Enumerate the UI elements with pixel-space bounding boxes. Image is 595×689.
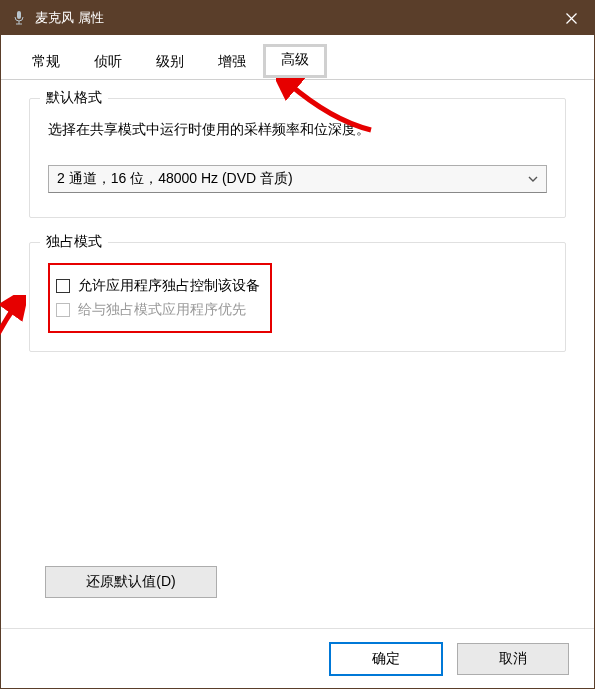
checkbox-icon <box>56 279 70 293</box>
tab-panel-advanced: 默认格式 选择在共享模式中运行时使用的采样频率和位深度。 2 通道，16 位，4… <box>1 80 594 628</box>
close-button[interactable] <box>548 1 594 35</box>
checkbox-allow-exclusive[interactable]: 允许应用程序独占控制该设备 <box>56 277 260 295</box>
group-title-exclusive: 独占模式 <box>40 233 108 251</box>
dialog-footer: 确定 取消 <box>1 628 594 688</box>
tabs-strip: 常规 侦听 级别 增强 高级 <box>1 35 594 80</box>
svg-rect-0 <box>17 11 21 19</box>
dialog-window: 麦克风 属性 常规 侦听 级别 增强 高级 默认格式 选择在共享模式中运行时使用… <box>0 0 595 689</box>
checkbox-allow-exclusive-label: 允许应用程序独占控制该设备 <box>78 277 260 295</box>
annotation-box-checkboxes: 允许应用程序独占控制该设备 给与独占模式应用程序优先 <box>48 263 272 333</box>
tab-levels[interactable]: 级别 <box>139 46 201 80</box>
restore-defaults-button[interactable]: 还原默认值(D) <box>45 566 217 598</box>
sample-format-select[interactable]: 2 通道，16 位，48000 Hz (DVD 音质) <box>48 165 547 193</box>
ok-button[interactable]: 确定 <box>329 642 443 676</box>
group-title-format: 默认格式 <box>40 89 108 107</box>
checkbox-exclusive-priority-label: 给与独占模式应用程序优先 <box>78 301 246 319</box>
close-icon <box>566 13 577 24</box>
microphone-icon <box>11 10 27 26</box>
cancel-button-label: 取消 <box>499 650 527 668</box>
checkbox-icon <box>56 303 70 317</box>
restore-defaults-label: 还原默认值(D) <box>86 573 175 591</box>
tab-listen[interactable]: 侦听 <box>77 46 139 80</box>
group-default-format: 默认格式 选择在共享模式中运行时使用的采样频率和位深度。 2 通道，16 位，4… <box>29 98 566 218</box>
cancel-button[interactable]: 取消 <box>457 643 569 675</box>
tab-advanced[interactable]: 高级 <box>263 44 327 78</box>
sample-format-value: 2 通道，16 位，48000 Hz (DVD 音质) <box>57 170 293 188</box>
checkbox-exclusive-priority: 给与独占模式应用程序优先 <box>56 301 260 319</box>
ok-button-label: 确定 <box>372 650 400 668</box>
tab-enhance[interactable]: 增强 <box>201 46 263 80</box>
annotation-arrow-checkbox <box>0 295 26 385</box>
chevron-down-icon <box>528 174 538 184</box>
window-title: 麦克风 属性 <box>35 9 548 27</box>
titlebar: 麦克风 属性 <box>1 1 594 35</box>
format-description: 选择在共享模式中运行时使用的采样频率和位深度。 <box>48 121 547 139</box>
group-exclusive-mode: 独占模式 允许应用程序独占控制该设备 给与独占模式应用程序优先 <box>29 242 566 352</box>
tab-general[interactable]: 常规 <box>15 46 77 80</box>
